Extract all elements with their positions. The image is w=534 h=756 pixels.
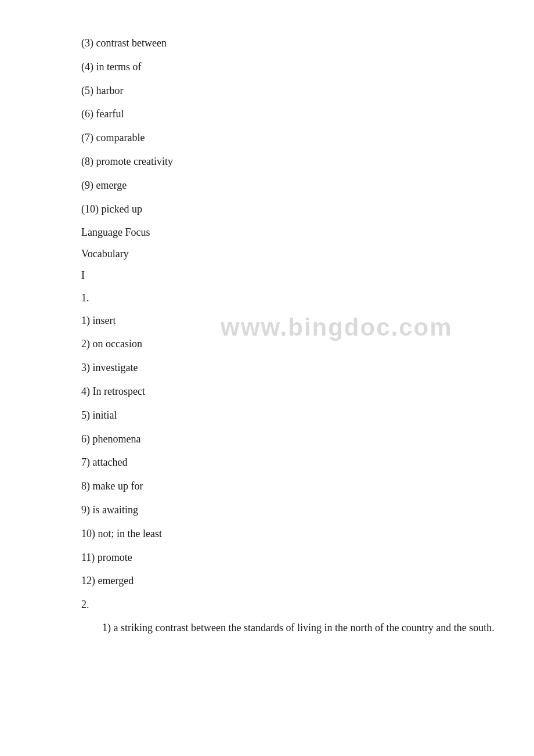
item-6: (6) fearful	[81, 106, 499, 123]
sub-item-3: 3) investigate	[81, 359, 499, 376]
item-7: (7) comparable	[81, 129, 499, 146]
sub-item-6: 6) phenomena	[81, 431, 499, 448]
sub-item-12: 12) emerged	[81, 573, 499, 589]
item-4: (4) in terms of	[81, 59, 499, 75]
sub-item-5: 5) initial	[81, 407, 499, 424]
sub-item-8: 8) make up for	[81, 478, 499, 495]
sub-item-4: 4) In retrospect	[81, 383, 499, 400]
item-8: (8) promote creativity	[81, 153, 499, 170]
item-9: (9) emerge	[81, 177, 499, 194]
number-1-label: 1.	[81, 290, 499, 307]
roman-i-label: I	[81, 267, 499, 284]
sub-item-1: 1) insert	[81, 312, 499, 329]
vocabulary-header: Vocabulary	[81, 246, 499, 262]
sub-item-2: 2) on occasion	[81, 336, 499, 352]
sub-item-11: 11) promote	[81, 549, 499, 566]
language-focus-header: Language Focus	[81, 224, 499, 241]
item-5: (5) harbor	[81, 82, 499, 99]
paragraph-1: 1) a striking contrast between the stand…	[81, 619, 499, 637]
number-2-label: 2.	[81, 596, 499, 613]
sub-item-7: 7) attached	[81, 454, 499, 471]
sub-item-10: 10) not; in the least	[81, 525, 499, 542]
item-3: (3) contrast between	[81, 35, 499, 52]
sub-item-9: 9) is awaiting	[81, 502, 499, 519]
item-10: (10) picked up	[81, 201, 499, 218]
